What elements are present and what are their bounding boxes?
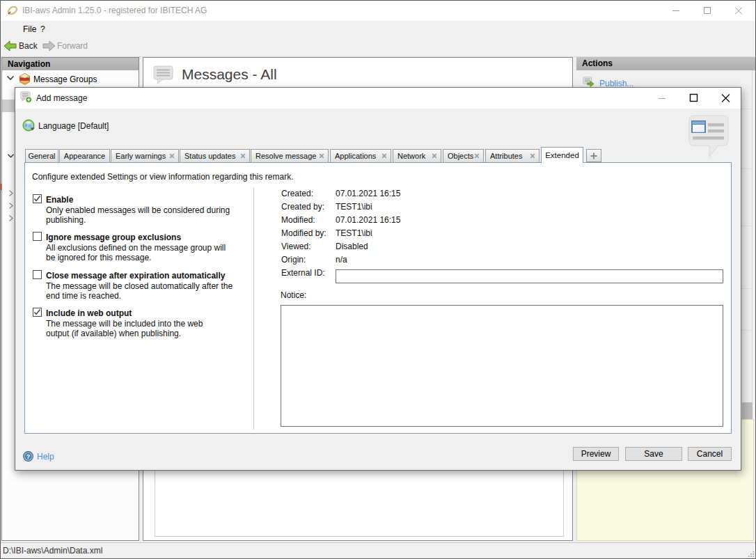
- svg-text:?: ?: [26, 453, 31, 460]
